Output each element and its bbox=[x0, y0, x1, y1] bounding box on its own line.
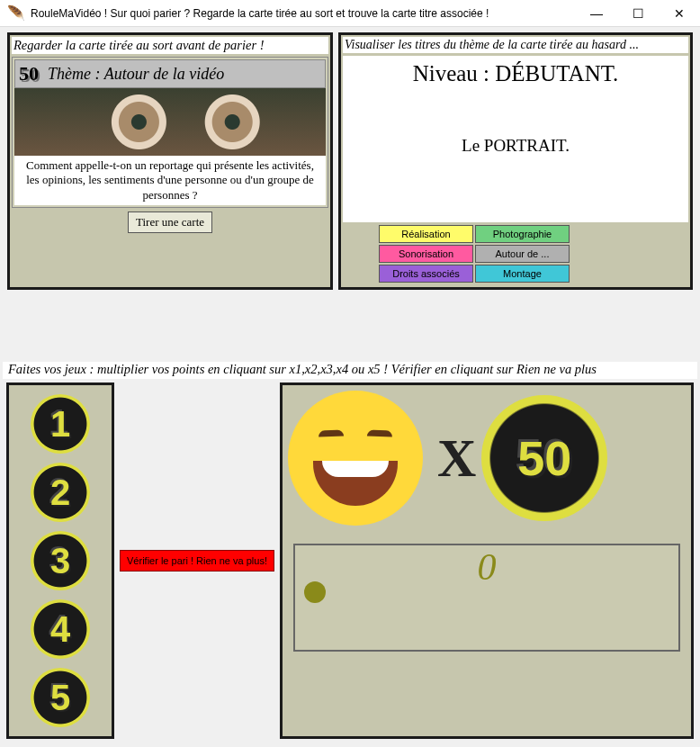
multiplier-column: 1 2 3 4 5 bbox=[6, 382, 114, 739]
card-titlebar: 50 Thème : Autour de la vidéo bbox=[14, 59, 326, 88]
verify-button[interactable]: Vérifier le pari ! Rien ne va plus! bbox=[120, 550, 274, 572]
category-realisation[interactable]: Réalisation bbox=[379, 225, 473, 243]
minimize-button[interactable]: — bbox=[576, 0, 617, 26]
card-theme: Thème : Autour de la vidéo bbox=[48, 65, 224, 84]
answer-label: Le PORTRAIT. bbox=[462, 136, 570, 156]
category-autour[interactable]: Autour de ... bbox=[475, 245, 570, 263]
themes-panel: Visualiser les titres du thème de la car… bbox=[338, 32, 693, 290]
score-slider[interactable]: 0 bbox=[293, 544, 680, 652]
window-title: RouleMaVidéo ! Sur quoi parier ? Regarde… bbox=[31, 7, 576, 20]
category-montage[interactable]: Montage bbox=[475, 265, 570, 283]
slider-value: 0 bbox=[478, 545, 497, 589]
slider-thumb[interactable] bbox=[304, 581, 326, 603]
coin-x1[interactable]: 1 bbox=[31, 394, 90, 454]
times-label: X bbox=[437, 428, 476, 490]
category-sonorisation[interactable]: Sonorisation bbox=[379, 245, 473, 263]
card-image bbox=[14, 88, 326, 156]
card-panel: Regarder la carte tirée au sort avant de… bbox=[7, 32, 333, 290]
category-droits[interactable]: Droits associés bbox=[379, 265, 473, 283]
happy-face-icon bbox=[288, 391, 423, 526]
draw-card-button[interactable]: Tirer une carte bbox=[128, 212, 212, 233]
card-header: Regarder la carte tirée au sort avant de… bbox=[12, 37, 328, 54]
card-question: Comment appelle-t-on un reportage qui pr… bbox=[14, 156, 326, 205]
card-number: 50 bbox=[19, 62, 39, 86]
result-panel: X 50 0 bbox=[280, 382, 694, 739]
coin-x5[interactable]: 5 bbox=[31, 668, 90, 727]
coin-x4[interactable]: 4 bbox=[31, 599, 90, 659]
coin-x2[interactable]: 2 bbox=[31, 463, 90, 522]
themes-header: Visualiser les titres du thème de la car… bbox=[343, 37, 688, 53]
maximize-button[interactable]: ☐ bbox=[617, 0, 659, 26]
titlebar: 🪶 RouleMaVidéo ! Sur quoi parier ? Regar… bbox=[0, 0, 700, 27]
close-button[interactable]: ✕ bbox=[659, 0, 700, 26]
coin-x3[interactable]: 3 bbox=[31, 531, 90, 590]
category-photographie[interactable]: Photographie bbox=[475, 225, 570, 243]
result-coin: 50 bbox=[481, 395, 607, 521]
level-label: Niveau : DÉBUTANT. bbox=[413, 56, 619, 86]
bet-instructions: Faites vos jeux : multiplier vos points … bbox=[3, 362, 697, 379]
app-icon: 🪶 bbox=[7, 4, 25, 22]
